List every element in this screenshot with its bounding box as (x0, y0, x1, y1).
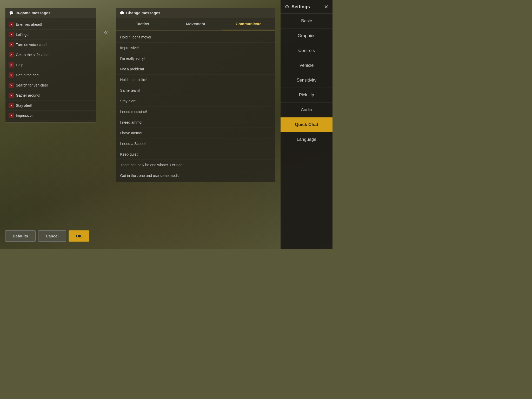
list-item[interactable]: Same team! (116, 85, 275, 96)
list-item[interactable]: ✕Impressive! (5, 111, 96, 121)
message-text: Help! (16, 63, 24, 67)
remove-message-button[interactable]: ✕ (9, 22, 14, 27)
arrow-controls: « (101, 29, 111, 36)
message-text: Enemies ahead! (16, 22, 42, 26)
settings-header: ⚙ Settings ✕ (281, 0, 332, 14)
settings-menu: BasicGraphicsControlsVehicleSensitivityP… (281, 14, 332, 249)
remove-message-button[interactable]: ✕ (9, 52, 14, 57)
chat-icon-left: 💬 (9, 11, 14, 15)
close-icon[interactable]: ✕ (324, 4, 328, 10)
settings-item-sensitivity[interactable]: Sensitivity (281, 73, 332, 88)
message-text: Search for vehicles! (16, 83, 48, 87)
settings-item-audio[interactable]: Audio (281, 103, 332, 117)
change-messages-list: Hold it, don't move!Impressive!I'm reall… (116, 31, 275, 182)
settings-item-graphics[interactable]: Graphics (281, 29, 332, 43)
list-item[interactable]: Not a problem! (116, 64, 275, 75)
add-to-left-button[interactable]: « (104, 29, 108, 36)
list-item[interactable]: I need ammo! (116, 117, 275, 128)
remove-message-button[interactable]: ✕ (9, 93, 14, 98)
settings-item-basic[interactable]: Basic (281, 14, 332, 29)
remove-message-button[interactable]: ✕ (9, 42, 14, 47)
settings-title-group: ⚙ Settings (285, 4, 310, 10)
tab-movement[interactable]: Movement (169, 18, 222, 30)
list-item[interactable]: Hold it, don't fire! (116, 75, 275, 85)
right-panel: 💬 Change messages TacticsMovementCommuni… (116, 8, 275, 182)
left-panel: 💬 In-game messages ✕Enemies ahead!✕Let's… (5, 8, 96, 123)
message-text: Get in the car! (16, 73, 39, 77)
list-item[interactable]: I'm really sorry! (116, 53, 275, 64)
left-panel-header: 💬 In-game messages (5, 8, 96, 18)
list-item[interactable]: There can only be one winner. Let's go! (116, 160, 275, 170)
list-item[interactable]: ✕Get in the car! (5, 70, 96, 80)
list-item[interactable]: ✕Help! (5, 60, 96, 70)
list-item[interactable]: I have ammo! (116, 128, 275, 138)
settings-title: Settings (291, 4, 310, 10)
remove-message-button[interactable]: ✕ (9, 32, 14, 37)
list-item[interactable]: ✕Gather around! (5, 90, 96, 101)
remove-message-button[interactable]: ✕ (9, 103, 14, 108)
remove-message-button[interactable]: ✕ (9, 62, 14, 68)
tabs-row: TacticsMovementCommunicate (116, 18, 275, 31)
list-item[interactable]: ✕Turn on voice chat! (5, 40, 96, 50)
right-panel-header: 💬 Change messages (116, 8, 275, 18)
list-item[interactable]: ✕Get to the safe zone! (5, 50, 96, 60)
remove-message-button[interactable]: ✕ (9, 83, 14, 88)
tab-communicate[interactable]: Communicate (222, 18, 275, 30)
message-text: Impressive! (16, 114, 35, 118)
list-item[interactable]: I need a Scope! (116, 138, 275, 149)
list-item[interactable]: ✕Enemies ahead! (5, 19, 96, 30)
message-text: Turn on voice chat! (16, 43, 47, 47)
list-item[interactable]: Stay alert! (116, 96, 275, 107)
list-item[interactable]: Impressive! (116, 43, 275, 53)
left-panel-title: In-game messages (16, 11, 50, 15)
message-text: Get to the safe zone! (16, 53, 50, 57)
settings-item-pickup[interactable]: Pick Up (281, 88, 332, 103)
main-content: 💬 In-game messages ✕Enemies ahead!✕Let's… (0, 0, 281, 249)
settings-item-language[interactable]: Language (281, 132, 332, 147)
settings-item-quickchat[interactable]: Quick Chat (281, 117, 332, 132)
list-item[interactable]: Hold it, don't move! (116, 32, 275, 43)
list-item[interactable]: ✕Search for vehicles! (5, 80, 96, 90)
list-item[interactable]: ✕Stay alert! (5, 101, 96, 111)
list-item[interactable]: ✕Let's go! (5, 30, 96, 40)
message-text: Let's go! (16, 32, 30, 37)
chat-icon-right: 💬 (120, 11, 124, 15)
settings-item-controls[interactable]: Controls (281, 43, 332, 58)
settings-sidebar: ⚙ Settings ✕ BasicGraphicsControlsVehicl… (281, 0, 332, 249)
remove-message-button[interactable]: ✕ (9, 113, 14, 118)
settings-item-vehicle[interactable]: Vehicle (281, 58, 332, 73)
message-text: Stay alert! (16, 103, 32, 108)
list-item[interactable]: I need medicine! (116, 107, 275, 117)
list-item[interactable]: Get in the zone and use some meds! (116, 170, 275, 181)
right-panel-title: Change messages (126, 11, 161, 15)
message-text: Gather around! (16, 93, 40, 97)
tab-tactics[interactable]: Tactics (116, 18, 169, 30)
list-item[interactable]: Keep quiet! (116, 149, 275, 160)
gear-icon: ⚙ (285, 4, 289, 10)
remove-message-button[interactable]: ✕ (9, 72, 14, 78)
ingame-messages-list: ✕Enemies ahead!✕Let's go!✕Turn on voice … (5, 18, 96, 122)
